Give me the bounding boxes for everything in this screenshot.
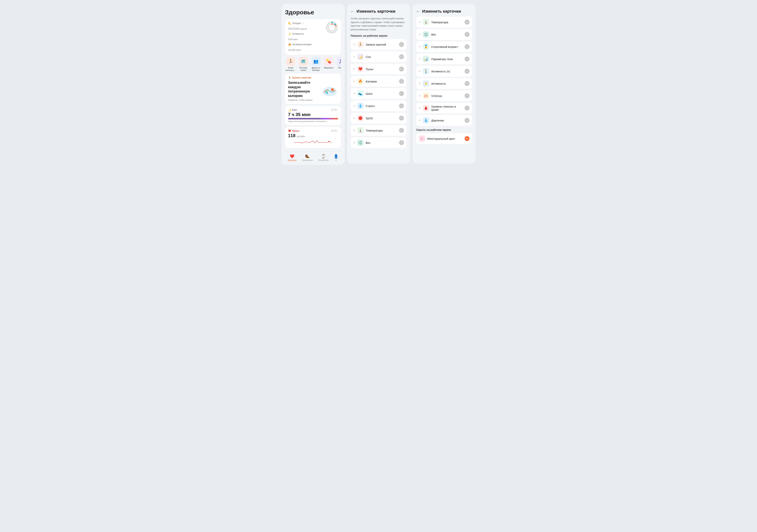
- workout-heading: Записывайте каждую потраченную калорию: [288, 81, 321, 98]
- drag-handle-icon[interactable]: ≡: [419, 70, 420, 73]
- list-item[interactable]: ≡ ⚖️ Вес −: [416, 29, 472, 40]
- remove-button-workout[interactable]: −: [399, 42, 404, 47]
- item-label-vo2max: VO2max: [431, 94, 462, 98]
- bottom-nav: ❤️ Здоровье 🥾 Тренировка ⌚ Устройство 👤 …: [285, 152, 341, 161]
- list-item[interactable]: ≡ 💧 Давление −: [416, 115, 472, 126]
- svg-point-7: [335, 25, 336, 26]
- list-item[interactable]: ≡ ⚖️ Вес −: [351, 137, 407, 148]
- list-item[interactable]: ≡ 👟 Шаги −: [351, 88, 407, 99]
- list-item[interactable]: ≡ 🌡️ Температура −: [416, 17, 472, 28]
- drag-handle-icon[interactable]: ≡: [419, 119, 420, 122]
- remove-button-stress[interactable]: −: [399, 103, 404, 108]
- panel3-header: ← Изменить карточки: [416, 9, 472, 14]
- drag-handle-icon[interactable]: ≡: [419, 106, 420, 110]
- drag-handle-icon[interactable]: ≡: [419, 33, 420, 36]
- drag-handle-icon[interactable]: ≡: [419, 94, 420, 98]
- pulse-card[interactable]: ❤️ Пульс 15.03 › 118 уд./мин: [285, 127, 341, 148]
- remove-button-activity-h[interactable]: −: [465, 69, 469, 74]
- list-item[interactable]: ≡ 🌙 Сон −: [351, 51, 407, 62]
- panel3-title: Изменить карточки: [422, 9, 461, 14]
- remove-button-body-params[interactable]: −: [465, 57, 469, 61]
- drag-handle-icon[interactable]: ≡: [353, 129, 355, 132]
- medcard-icon: 💊: [324, 57, 333, 66]
- drag-handle-icon[interactable]: ≡: [353, 43, 355, 46]
- item-icon-body-params: 📊: [423, 56, 429, 62]
- sleep-date-row: 15.03 ›: [331, 108, 338, 111]
- remove-button-spo2[interactable]: −: [399, 116, 404, 121]
- shortcut-music[interactable]: 🎵 Муз…: [336, 57, 341, 71]
- list-item[interactable]: ≡ 📊 Параметры тела −: [416, 54, 472, 64]
- list-item[interactable]: ≡ 🔴 SpO2 −: [351, 113, 407, 124]
- list-item[interactable]: ≡ 🩸 Уровень глюкозы в крови −: [416, 103, 472, 113]
- steps-icon: 🦶: [288, 22, 291, 25]
- list-item[interactable]: ≡ 🫁 VO2max −: [416, 90, 472, 101]
- nav-workout-icon: 🥾: [305, 154, 310, 158]
- workout-card-content: Записывайте каждую потраченную калорию Н…: [288, 81, 338, 101]
- item-icon-temp: 🌡️: [357, 127, 364, 133]
- drag-handle-icon[interactable]: ≡: [353, 67, 355, 71]
- pulse-value: 118 уд./мин: [288, 133, 338, 138]
- remove-button-glucose[interactable]: −: [465, 106, 469, 110]
- remove-button-sport-age[interactable]: −: [465, 44, 469, 49]
- panel2-hint: Чтобы настроить карточки, используйте кн…: [351, 17, 407, 31]
- remove-button-temp2[interactable]: −: [465, 20, 469, 25]
- drag-handle-icon[interactable]: ≡: [419, 20, 420, 24]
- item-label-steps: Шаги: [366, 92, 397, 95]
- back-arrow-2-icon[interactable]: ←: [416, 9, 420, 14]
- sleep-card[interactable]: 🌙 Сон 15.03 › 7 ч 35 мин Недостаточная д…: [285, 106, 341, 125]
- add-button-menstrual[interactable]: +: [465, 136, 469, 141]
- remove-button-vo2max[interactable]: −: [465, 93, 469, 98]
- remove-button-weight[interactable]: −: [399, 140, 404, 145]
- sleep-chevron-icon: ›: [337, 108, 338, 111]
- list-item[interactable]: ≡ 🔥 Калории −: [351, 76, 407, 87]
- shortcut-friends[interactable]: 👥 Друзья и близкие: [311, 57, 321, 71]
- item-label-calories: Калории: [366, 80, 397, 83]
- drag-handle-icon[interactable]: ≡: [419, 82, 420, 85]
- svg-text:🏃: 🏃: [326, 92, 329, 94]
- list-item[interactable]: ≡ 🚶 Активность (ч) −: [416, 66, 472, 77]
- remove-button-temp[interactable]: −: [399, 128, 404, 133]
- remove-button-sleep[interactable]: −: [399, 54, 404, 59]
- shortcut-smart-running[interactable]: 🏃 Smart running p…: [285, 57, 296, 71]
- list-item[interactable]: ≡ 🏃 Записи занятий −: [351, 39, 407, 50]
- nav-workout[interactable]: 🥾 Тренировка: [302, 154, 313, 161]
- remove-button-activity2[interactable]: −: [465, 81, 469, 86]
- remove-button-steps[interactable]: −: [399, 91, 404, 96]
- sleep-icon: 🌙: [288, 108, 291, 111]
- nav-health[interactable]: ❤️ Здоровье: [288, 154, 297, 161]
- remove-button-pressure[interactable]: −: [465, 118, 469, 123]
- list-item[interactable]: ≡ 💧 Стресс −: [351, 100, 407, 111]
- pulse-icon: ❤️: [288, 129, 291, 132]
- item-label-pulse: Пульс: [366, 68, 397, 71]
- drag-handle-icon[interactable]: ≡: [353, 141, 355, 144]
- drag-handle-icon[interactable]: ≡: [353, 80, 355, 83]
- drag-handle-icon[interactable]: ≡: [419, 45, 420, 48]
- item-icon-steps: 👟: [357, 90, 364, 97]
- shortcut-running-routes[interactable]: 🗺️ Running routes: [298, 57, 309, 71]
- pulse-chart: [288, 139, 338, 145]
- list-item[interactable]: ≡ ❤️ Пульс −: [351, 64, 407, 74]
- list-item[interactable]: ≡ 🏅 Спортивный возраст −: [416, 41, 472, 52]
- remove-button-calories[interactable]: −: [399, 79, 404, 84]
- list-item[interactable]: ≡ ⚡ Активность −: [416, 78, 472, 89]
- drag-handle-icon[interactable]: ≡: [353, 92, 355, 95]
- nav-me[interactable]: 👤 Я: [334, 154, 338, 161]
- drag-handle-icon[interactable]: ≡: [353, 104, 355, 107]
- back-arrow-icon[interactable]: ←: [351, 9, 354, 14]
- drag-handle-icon[interactable]: ≡: [353, 116, 355, 120]
- shortcut-medcard[interactable]: 💊 Медкарта: [323, 57, 334, 71]
- workout-card[interactable]: 🏃 Записи занятий Записывайте каждую потр…: [285, 74, 341, 104]
- item-label-temp2: Температура: [431, 21, 462, 24]
- drag-handle-icon[interactable]: ≡: [353, 55, 355, 58]
- item-label-sport-age: Спортивный возраст: [431, 45, 462, 48]
- item-icon-vo2max: 🫁: [423, 93, 429, 99]
- item-icon-sleep: 🌙: [357, 54, 364, 60]
- nav-device[interactable]: ⌚ Устройство: [318, 154, 329, 161]
- drag-handle-icon[interactable]: ≡: [419, 57, 420, 61]
- item-icon-activity2: ⚡: [423, 80, 429, 87]
- list-item[interactable]: ≡ 🌡️ Температура −: [351, 125, 407, 136]
- remove-button-pulse[interactable]: −: [399, 67, 404, 71]
- item-icon-workout: 🏃: [357, 41, 364, 48]
- remove-button-weight2[interactable]: −: [465, 32, 469, 37]
- list-item-menstrual[interactable]: ♀ Менструальный цикл +: [416, 133, 472, 144]
